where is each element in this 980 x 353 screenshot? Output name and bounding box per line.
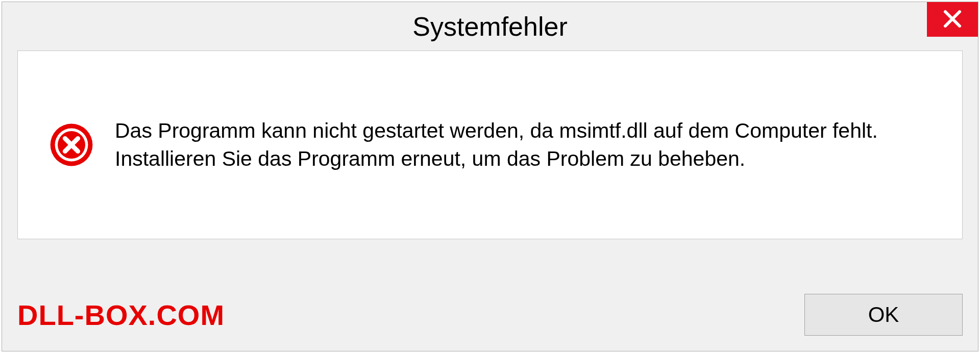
- titlebar: Systemfehler: [2, 2, 978, 51]
- error-dialog: Systemfehler Das Programm kann nicht ges…: [2, 2, 978, 351]
- dialog-footer: DLL-BOX.COM OK: [17, 294, 963, 336]
- watermark-text: DLL-BOX.COM: [17, 298, 225, 332]
- error-icon: [48, 122, 94, 168]
- error-message: Das Programm kann nicht gestartet werden…: [115, 117, 932, 173]
- close-button[interactable]: [927, 2, 978, 37]
- close-icon: [942, 9, 963, 31]
- ok-button[interactable]: OK: [804, 294, 963, 336]
- content-panel: Das Programm kann nicht gestartet werden…: [17, 51, 963, 239]
- dialog-title: Systemfehler: [412, 11, 567, 42]
